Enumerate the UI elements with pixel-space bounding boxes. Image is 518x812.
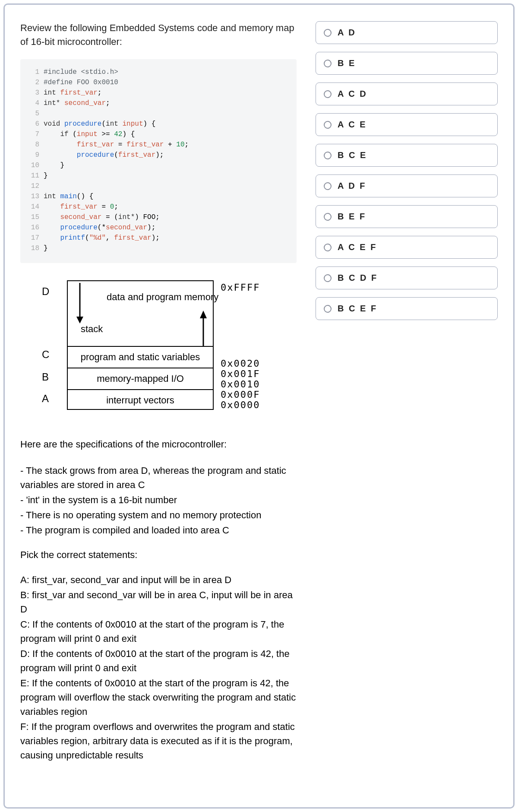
option-label: B C E: [338, 150, 367, 160]
line-number: 10: [26, 160, 39, 171]
code-content: }: [44, 171, 48, 181]
code-line: 9 procedure(first_var);: [26, 150, 291, 160]
region-b-text: memory-mapped I/O: [97, 373, 184, 384]
stack-text: stack: [81, 324, 103, 335]
line-number: 17: [26, 233, 39, 243]
option-label: A D F: [338, 181, 366, 191]
line-number: 4: [26, 98, 39, 108]
radio-icon: [324, 213, 332, 221]
options-column: A DB EA C DA C EB C EA D FB E FA C E FB …: [316, 21, 498, 791]
code-content: first_var = 0;: [44, 202, 118, 212]
arrow-up-icon: [197, 311, 209, 347]
code-content: second_var = (int*) FOO;: [44, 212, 160, 222]
code-line: 8 first_var = first_var + 10;: [26, 140, 291, 150]
option-label: B E F: [338, 212, 366, 222]
code-line: 16 procedure(*second_var);: [26, 222, 291, 233]
line-number: 3: [26, 88, 39, 98]
line-number: 16: [26, 222, 39, 233]
radio-icon: [324, 60, 332, 67]
answer-option[interactable]: B C E: [316, 144, 498, 167]
code-line: 15 second_var = (int*) FOO;: [26, 212, 291, 222]
line-number: 6: [26, 119, 39, 129]
spec-heading: Here are the specifications of the micro…: [20, 438, 297, 451]
line-number: 5: [26, 108, 39, 119]
code-line: 14 first_var = 0;: [26, 202, 291, 212]
region-c-text: program and static variables: [81, 352, 200, 363]
spec-item: - The program is compiled and loaded int…: [20, 523, 297, 537]
option-label: B C D F: [338, 273, 378, 283]
memory-region-d2: interrupt vectors: [68, 389, 213, 411]
code-line: 10 }: [26, 160, 291, 171]
line-number: 14: [26, 202, 39, 212]
code-line: 12: [26, 181, 291, 191]
region-label-b: B: [42, 371, 49, 383]
statement-item: A: first_var, second_var and input will …: [20, 573, 297, 587]
memory-region-d: [68, 281, 213, 346]
radio-icon: [324, 305, 332, 313]
top-region-text: data and program memory: [107, 292, 218, 303]
pick-heading: Pick the correct statements:: [20, 549, 297, 561]
line-number: 18: [26, 243, 39, 254]
answer-option[interactable]: A C E: [316, 113, 498, 136]
code-line: 4int* second_var;: [26, 98, 291, 108]
code-line: 1#include <stdio.h>: [26, 67, 291, 77]
answer-option[interactable]: A C D: [316, 82, 498, 105]
answer-option[interactable]: A D F: [316, 174, 498, 197]
addr-0020: 0x0020: [221, 358, 260, 369]
code-content: #include <stdio.h>: [44, 67, 118, 77]
memory-region-b: memory-mapped I/O: [68, 368, 213, 389]
svg-marker-3: [200, 311, 207, 318]
addr-0010: 0x0010: [221, 379, 260, 390]
line-number: 8: [26, 140, 39, 150]
radio-icon: [324, 182, 332, 190]
option-label: A C E F: [338, 242, 377, 252]
question-column: Review the following Embedded Systems co…: [20, 21, 297, 791]
radio-icon: [324, 274, 332, 282]
option-label: A D: [338, 28, 356, 38]
statement-item: B: first_var and second_var will be in a…: [20, 588, 297, 616]
line-number: 15: [26, 212, 39, 222]
radio-icon: [324, 90, 332, 98]
spec-list: - The stack grows from area D, whereas t…: [20, 463, 297, 537]
answer-option[interactable]: B C E F: [316, 297, 498, 320]
code-content: }: [44, 160, 64, 171]
answer-option[interactable]: A D: [316, 21, 498, 44]
code-line: 17 printf("%d", first_var);: [26, 233, 291, 243]
answer-option[interactable]: B E: [316, 52, 498, 75]
radio-icon: [324, 29, 332, 37]
option-label: B C E F: [338, 304, 377, 314]
line-number: 12: [26, 181, 39, 191]
option-label: A C E: [338, 120, 367, 130]
region-label-a: A: [42, 393, 49, 405]
statements-list: A: first_var, second_var and input will …: [20, 573, 297, 762]
code-line: 5: [26, 108, 291, 119]
addr-001f: 0x001F: [221, 368, 260, 379]
question-intro: Review the following Embedded Systems co…: [20, 21, 297, 49]
line-number: 13: [26, 191, 39, 202]
answer-option[interactable]: B E F: [316, 205, 498, 228]
code-content: int main() {: [44, 191, 93, 202]
svg-marker-1: [76, 317, 83, 324]
code-line: 2#define FOO 0x0010: [26, 77, 291, 88]
code-line: 13int main() {: [26, 191, 291, 202]
code-block: 1#include <stdio.h>2#define FOO 0x00103i…: [20, 59, 297, 263]
addr-000f: 0x000F: [221, 389, 260, 400]
line-number: 1: [26, 67, 39, 77]
line-number: 9: [26, 150, 39, 160]
region-a-text: interrupt vectors: [106, 395, 174, 406]
region-label-c: C: [42, 349, 49, 361]
radio-icon: [324, 152, 332, 159]
answer-option[interactable]: A C E F: [316, 236, 498, 259]
code-line: 11}: [26, 171, 291, 181]
memory-map-diagram: D C B A program and static variables mem…: [29, 280, 288, 414]
statement-item: C: If the contents of 0x0010 at the star…: [20, 617, 297, 646]
spec-item: - The stack grows from area D, whereas t…: [20, 463, 297, 492]
answer-option[interactable]: B C D F: [316, 266, 498, 289]
addr-ffff: 0xFFFF: [221, 282, 260, 293]
code-line: 3int first_var;: [26, 88, 291, 98]
line-number: 7: [26, 129, 39, 140]
code-line: 7 if (input >= 42) {: [26, 129, 291, 140]
code-content: void procedure(int input) {: [44, 119, 155, 129]
code-content: }: [44, 243, 48, 254]
code-line: 6void procedure(int input) {: [26, 119, 291, 129]
